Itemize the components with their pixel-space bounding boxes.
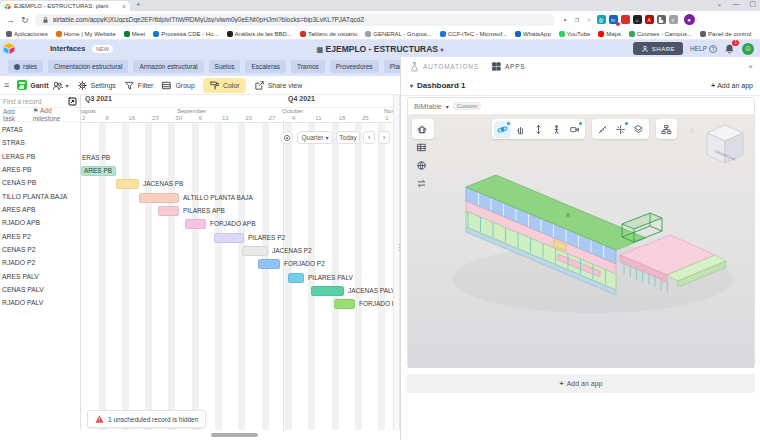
view-cube[interactable]: DERECHA	[703, 123, 747, 175]
task-row[interactable]: RJADO P2	[0, 256, 81, 269]
settings-button[interactable]: Settings	[77, 80, 116, 91]
extension-icons[interactable]: ✦❒☆@in⌂A▙≡	[561, 15, 678, 24]
bookmark-item[interactable]: Meet	[124, 31, 145, 37]
model-tree-icon[interactable]	[658, 121, 675, 138]
gantt-bar-forjado-palv[interactable]	[334, 299, 355, 309]
forward-icon[interactable]: →	[6, 15, 15, 25]
gantt-chart-body[interactable]: ERAS PBARES PBJACENAS PBALTILLO PLANTA B…	[81, 122, 394, 430]
timescale-select[interactable]: Quarter▾	[297, 131, 333, 144]
table-tab-rales[interactable]: rales	[8, 60, 43, 73]
explode-icon[interactable]	[612, 121, 629, 138]
gantt-bar-forjado-apb[interactable]	[185, 219, 206, 229]
gantt-bar-jacenas-palv[interactable]	[311, 286, 344, 296]
share-button[interactable]: SHARE	[633, 42, 683, 55]
automations-tab[interactable]: AUTOMATIONS	[409, 61, 479, 72]
table-tab-armazón-estructural[interactable]: Armazón estructural	[133, 60, 203, 73]
horizontal-scrollbar[interactable]	[211, 433, 258, 437]
bookmark-item[interactable]: Análisis de las BBD...	[227, 31, 292, 37]
task-row[interactable]: CENAS PALV	[0, 283, 81, 296]
extension-icon[interactable]: @	[597, 15, 606, 24]
task-row[interactable]: PATAS	[0, 123, 81, 136]
bookmark-item[interactable]: Home | My Website	[56, 31, 116, 37]
window-control-icon[interactable]: ⌄	[717, 0, 723, 8]
today-button[interactable]: Today	[336, 131, 360, 144]
profile-avatar[interactable]: ●	[684, 14, 695, 25]
task-row[interactable]: ARES PALV	[0, 270, 81, 283]
table-tab-tramos[interactable]: Tramos	[291, 60, 325, 73]
gantt-bar-altillo-planta-baja[interactable]	[139, 193, 179, 203]
bookmark-item[interactable]: CCF-iTeC - Microsof...	[440, 31, 507, 37]
window-controls[interactable]: ⌄—▢	[717, 0, 757, 8]
new-tab-button[interactable]: +	[136, 0, 141, 9]
share-view-button[interactable]: Share view	[254, 80, 303, 91]
panel-resize-handle[interactable]: ⋮	[393, 95, 400, 430]
zoom-vertical-icon[interactable]	[530, 121, 547, 138]
add-milestone-button[interactable]: ⚑ Add milestone	[33, 107, 78, 122]
extension-icon[interactable]: ☆	[585, 15, 594, 24]
task-row[interactable]: CENAS PB	[0, 176, 81, 189]
viewcube-home-icon[interactable]: ⌂	[689, 125, 694, 135]
globe-icon[interactable]	[416, 160, 427, 171]
task-row[interactable]: LERAS PB	[0, 150, 81, 163]
filter-button[interactable]: Filter	[124, 80, 154, 91]
group-button[interactable]: Group	[161, 80, 194, 91]
help-button[interactable]: HELP?	[690, 45, 717, 53]
add-app-bottom-button[interactable]: + Add an app	[407, 374, 755, 393]
notifications-button[interactable]: 1	[724, 43, 735, 54]
camera-icon[interactable]	[566, 121, 583, 138]
tab-close-icon[interactable]: ×	[122, 3, 126, 10]
extension-icon[interactable]: A	[645, 15, 654, 24]
extension-icon[interactable]: ❒	[573, 15, 582, 24]
next-button[interactable]: ›	[378, 131, 390, 144]
task-row[interactable]: ARES P2	[0, 230, 81, 243]
reload-icon[interactable]: ↻	[21, 15, 29, 25]
url-field[interactable]: airtable.com/appyKjXUqcsDge2EF/tblplvITh…	[35, 14, 555, 26]
task-row[interactable]: TILLO PLANTA BAJA	[0, 190, 81, 203]
swap-icon[interactable]	[416, 178, 427, 189]
table-tab-proveedores[interactable]: Proveedores	[330, 60, 379, 73]
table-tab-plan[interactable]: Plan	[384, 60, 400, 73]
add-task-button[interactable]: Add task	[3, 108, 27, 122]
browser-tab[interactable]: EJEMPLO - ESTRUCTURAS: plani ×	[0, 1, 130, 11]
viewer-3d[interactable]: ⌂ DERECHA	[408, 114, 754, 368]
bookmark-item[interactable]: Courses - Campus...	[629, 31, 692, 37]
task-row[interactable]: STRAS	[0, 136, 81, 149]
first-person-icon[interactable]	[548, 121, 565, 138]
task-row[interactable]: ARES PB	[0, 163, 81, 176]
gantt-bar-pilares-palv[interactable]	[288, 273, 304, 283]
table-tab-suelos[interactable]: Suelos	[209, 60, 241, 73]
expand-search-icon[interactable]	[67, 96, 78, 107]
unscheduled-warning[interactable]: 1 unscheduled record is hidden	[87, 410, 206, 428]
gantt-bar-pilares-p2[interactable]	[214, 233, 244, 243]
gantt-bar-pilares-apb[interactable]	[158, 206, 179, 216]
bookmark-item[interactable]: Processa CDE - Ho...	[153, 31, 218, 37]
task-row[interactable]: RJADO PALV	[0, 296, 81, 309]
gantt-bar-jacenas-pb[interactable]	[116, 179, 139, 189]
extension-icon[interactable]: ≡	[669, 15, 678, 24]
table-grid-icon[interactable]	[416, 142, 427, 153]
task-row[interactable]: ARES APB	[0, 203, 81, 216]
table-tab-cimentación-estructural[interactable]: Cimentación estructural	[48, 60, 128, 73]
views-sidebar-toggle[interactable]: ≡	[4, 80, 9, 90]
extension-icon[interactable]: ⌂	[633, 15, 642, 24]
extension-icon[interactable]: ▙	[657, 15, 666, 24]
bookmark-item[interactable]: WhatsApp	[515, 31, 551, 37]
layers-icon[interactable]	[630, 121, 647, 138]
prev-button[interactable]: ‹	[363, 131, 375, 144]
extension-icon[interactable]	[621, 15, 630, 24]
task-row[interactable]: RJADO APB	[0, 216, 81, 229]
dashboard-header[interactable]: ▾Dashboard 1	[410, 81, 465, 90]
gantt-bar-jacenas-p2[interactable]	[242, 246, 268, 256]
add-app-top-button[interactable]: + Add an app	[711, 82, 753, 89]
extension-icon[interactable]: ✦	[561, 15, 570, 24]
bookmark-item[interactable]: Panel de control	[700, 31, 751, 37]
color-button[interactable]: Color	[203, 78, 246, 93]
bookmark-item[interactable]: Maps	[598, 31, 621, 37]
view-switcher[interactable]: Gantt ▾	[17, 80, 68, 91]
app-menu-caret-icon[interactable]: ▾	[446, 103, 449, 110]
table-tab-escaleras[interactable]: Escaleras	[245, 60, 286, 73]
bookmark-item[interactable]: GENERAL - Grupos...	[365, 31, 431, 37]
measure-icon[interactable]	[594, 121, 611, 138]
window-control-icon[interactable]: ▢	[749, 0, 756, 8]
apps-tab[interactable]: APPS	[491, 61, 526, 72]
